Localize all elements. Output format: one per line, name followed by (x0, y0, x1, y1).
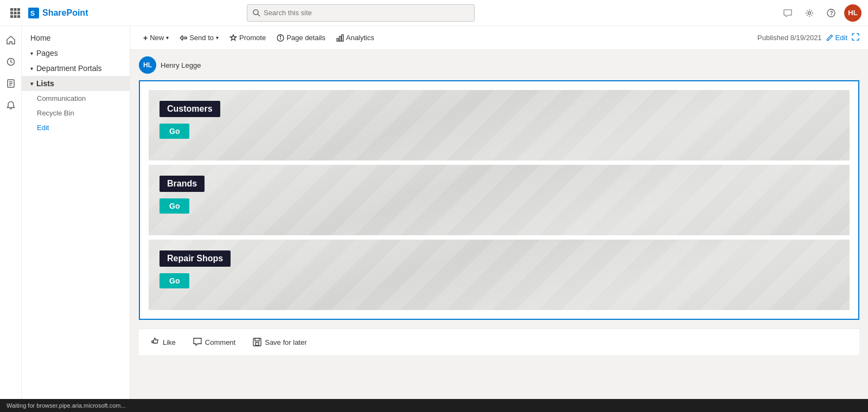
svg-rect-25 (339, 36, 341, 41)
svg-rect-2 (17, 8, 20, 11)
list-card-content-brands: Brands Go (159, 176, 205, 214)
promote-label: Promote (239, 34, 266, 42)
lists-container: Customers Go Brands Go Repair Shops (139, 80, 859, 320)
svg-rect-26 (342, 35, 343, 41)
nav-lists-label: Lists (36, 79, 54, 88)
list-card-content-repair-shops: Repair Shops Go (159, 250, 231, 288)
list-title-brands: Brands (159, 176, 205, 192)
nav-edit-link[interactable]: Edit (22, 120, 130, 135)
status-bar: Waiting for browser.pipe.aria.microsoft.… (0, 399, 868, 412)
list-card-customers: Customers Go (149, 90, 850, 160)
search-icon (253, 9, 260, 17)
help-icon[interactable]: ? (822, 4, 840, 22)
fullscreen-icon[interactable] (852, 33, 859, 42)
nav-dept-label: Department Portals (36, 64, 102, 73)
list-title-repair-shops: Repair Shops (159, 250, 231, 267)
svg-rect-1 (14, 8, 17, 11)
nav-lists[interactable]: ▾ Lists (22, 76, 130, 91)
author-avatar: HL (139, 56, 156, 74)
svg-rect-27 (253, 338, 261, 346)
svg-point-13 (808, 11, 810, 14)
go-button-brands[interactable]: Go (159, 198, 189, 214)
status-message: Waiting for browser.pipe.aria.microsoft.… (7, 402, 126, 409)
analytics-icon (336, 34, 344, 42)
dept-chevron-icon: ▾ (30, 66, 33, 72)
pages-chevron-icon: ▾ (30, 50, 33, 56)
footer-actions: Like Comment Save for later (139, 329, 859, 355)
app-name: SharePoint (42, 8, 88, 18)
like-label: Like (163, 338, 176, 346)
go-button-customers[interactable]: Go (159, 124, 189, 139)
nav-communication-label: Communication (37, 94, 86, 102)
svg-point-23 (280, 36, 280, 36)
comment-label: Comment (205, 338, 235, 346)
search-bar[interactable] (247, 4, 475, 22)
page-details-label: Page details (286, 34, 326, 42)
svg-point-11 (253, 10, 258, 15)
send-to-button[interactable]: Send to ▾ (175, 29, 223, 47)
pages-icon[interactable] (1, 74, 21, 93)
toolbar: + New ▾ Send to ▾ Promote (130, 26, 868, 50)
page-details-button[interactable]: Page details (272, 29, 330, 47)
new-chevron-icon: ▾ (166, 35, 169, 41)
published-date: Published 8/19/2021 (757, 34, 822, 42)
svg-rect-3 (10, 11, 13, 14)
list-card-repair-shops: Repair Shops Go (149, 240, 850, 310)
nav-recycle-bin-label: Recycle Bin (37, 109, 74, 117)
nav-home[interactable]: Home (22, 30, 130, 46)
comment-icon (193, 338, 202, 346)
waffle-icon[interactable] (7, 4, 24, 22)
nav-home-label: Home (30, 34, 50, 42)
svg-rect-0 (10, 8, 13, 11)
list-card-bg-repair-shops (149, 240, 850, 310)
like-icon (151, 338, 159, 346)
svg-rect-4 (14, 11, 17, 14)
list-card-bg-brands (149, 165, 850, 235)
svg-rect-8 (17, 15, 20, 18)
lists-chevron-icon: ▾ (30, 81, 33, 87)
settings-icon[interactable] (801, 4, 818, 22)
avatar[interactable]: HL (844, 4, 861, 22)
list-card-content-customers: Customers Go (159, 101, 220, 139)
edit-button[interactable]: Edit (826, 34, 847, 42)
activity-icon[interactable] (1, 52, 21, 72)
notification-icon[interactable] (1, 95, 21, 115)
svg-rect-7 (14, 15, 17, 18)
promote-button[interactable]: Promote (225, 29, 270, 47)
save-label: Save for later (265, 338, 307, 346)
icon-sidebar (0, 26, 22, 399)
page-content: HL Henry Legge Customers Go Brands (130, 50, 868, 364)
nav-communication[interactable]: Communication (22, 91, 130, 106)
edit-icon (826, 34, 833, 41)
new-label: New (150, 34, 164, 42)
new-button[interactable]: + New ▾ (139, 29, 173, 47)
sharepoint-logo[interactable]: S SharePoint (28, 8, 88, 18)
home-nav-icon[interactable] (1, 30, 21, 50)
nav-pages[interactable]: ▾ Pages (22, 46, 130, 61)
comment-button[interactable]: Comment (190, 336, 239, 349)
nav-edit-label: Edit (37, 124, 49, 132)
nav-recycle-bin[interactable]: Recycle Bin (22, 106, 130, 120)
top-bar-right: ? HL (779, 4, 861, 22)
chat-icon[interactable] (779, 4, 796, 22)
go-button-repair-shops[interactable]: Go (159, 273, 189, 288)
save-button[interactable]: Save for later (250, 336, 310, 349)
send-to-icon (180, 34, 187, 42)
page-details-icon (277, 34, 284, 42)
search-input[interactable] (264, 9, 469, 17)
nav-sidebar: Home ▾ Pages ▾ Department Portals ▾ List… (22, 26, 130, 399)
plus-icon: + (143, 34, 148, 42)
author-name: Henry Legge (161, 61, 201, 69)
like-button[interactable]: Like (148, 336, 179, 349)
analytics-button[interactable]: Analytics (332, 29, 379, 47)
save-icon (253, 338, 261, 346)
list-card-brands: Brands Go (149, 165, 850, 235)
analytics-label: Analytics (346, 34, 374, 42)
nav-department-portals[interactable]: ▾ Department Portals (22, 61, 130, 76)
promote-icon (229, 34, 237, 42)
svg-rect-24 (337, 38, 339, 41)
list-title-customers: Customers (159, 101, 220, 117)
svg-rect-5 (17, 11, 20, 14)
nav-pages-label: Pages (36, 49, 58, 57)
list-card-bg-customers (149, 90, 850, 160)
